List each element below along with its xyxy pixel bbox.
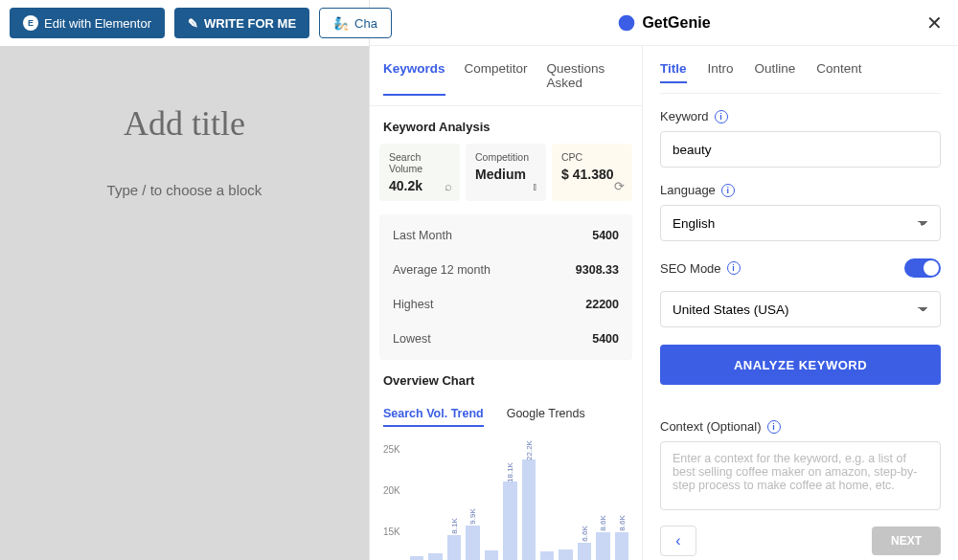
context-label: Context (Optional)i xyxy=(660,419,941,434)
metric-cpc: CPC$ 41.380⟳ xyxy=(552,144,632,201)
language-select[interactable]: English xyxy=(660,205,941,241)
chart-bar: 8.6K xyxy=(596,532,609,560)
chart-bar xyxy=(410,556,423,560)
getgenie-panel: GetGenie ✕ Keywords Competitor Questions… xyxy=(369,0,958,560)
chart-bar: 22.2K xyxy=(522,459,536,560)
info-icon[interactable]: i xyxy=(767,420,781,434)
bars-icon: ⫾ xyxy=(532,179,538,193)
stat-average: Average 12 month9308.33 xyxy=(379,253,632,287)
chart-bar: 8.1K xyxy=(447,535,461,560)
tab-title[interactable]: Title xyxy=(660,61,687,83)
chevron-left-icon: ‹ xyxy=(675,532,680,549)
top-toolbar: EEdit with Elementor ✎WRITE FOR ME 🧞Cha xyxy=(0,0,958,46)
search-volume-chart: 25K20K15K10K 8.1K9.9K18.1K22.2K6.6K8.6K8… xyxy=(370,435,642,560)
edit-elementor-button[interactable]: EEdit with Elementor xyxy=(10,8,165,38)
chart-bar xyxy=(428,553,442,560)
analysis-column: Keywords Competitor Questions Asked Keyw… xyxy=(370,46,643,560)
metric-competition: CompetitionMedium⫾ xyxy=(466,144,546,201)
editor-canvas[interactable]: Add title Type / to choose a block xyxy=(0,46,369,560)
genie-icon: 🧞 xyxy=(333,16,349,31)
analysis-title: Keyword Analysis xyxy=(370,106,642,144)
metric-search-volume: Search Volume40.2k⌕ xyxy=(379,144,460,201)
seo-mode-toggle[interactable] xyxy=(904,258,941,278)
chart-bar xyxy=(559,549,572,560)
analyze-keyword-button[interactable]: ANALYZE KEYWORD xyxy=(660,345,941,385)
chart-bars: 8.1K9.9K18.1K22.2K6.6K8.6K8.6K xyxy=(410,444,628,560)
metrics-row: Search Volume40.2k⌕ CompetitionMedium⫾ C… xyxy=(370,144,642,201)
title-input-placeholder[interactable]: Add title xyxy=(124,103,245,144)
back-button[interactable]: ‹ xyxy=(660,526,696,556)
refresh-icon[interactable]: ⟳ xyxy=(614,179,625,193)
chart-tab-google-trends[interactable]: Google Trends xyxy=(507,407,585,427)
stats-box: Last Month5400 Average 12 month9308.33 H… xyxy=(379,214,632,360)
chart-bar xyxy=(485,550,498,560)
tab-content[interactable]: Content xyxy=(816,61,861,83)
chart-bar: 9.9K xyxy=(466,526,479,560)
chart-tab-search-vol[interactable]: Search Vol. Trend xyxy=(383,407,484,427)
tab-outline[interactable]: Outline xyxy=(755,61,796,83)
info-icon[interactable]: i xyxy=(715,110,728,123)
tab-competitor[interactable]: Competitor xyxy=(465,61,528,96)
chart-bar: 6.6K xyxy=(578,543,591,560)
chart-bar xyxy=(540,551,554,560)
search-icon: ⌕ xyxy=(445,179,452,193)
stat-last-month: Last Month5400 xyxy=(379,218,632,253)
seo-mode-label: SEO Modei xyxy=(660,261,741,276)
elementor-icon: E xyxy=(23,15,38,31)
form-column: Title Intro Outline Content Keywordi Lan… xyxy=(643,46,958,560)
right-tabs: Title Intro Outline Content xyxy=(660,46,941,94)
keyword-label: Keywordi xyxy=(660,109,941,123)
chart-bar: 8.6K xyxy=(615,532,628,560)
country-select[interactable]: United States (USA) xyxy=(660,291,941,327)
chart-bar: 18.1K xyxy=(503,482,516,560)
tab-keywords[interactable]: Keywords xyxy=(383,61,445,96)
chart-y-axis: 25K20K15K10K xyxy=(383,444,400,560)
info-icon[interactable]: i xyxy=(727,261,741,275)
write-for-me-button[interactable]: ✎WRITE FOR ME xyxy=(174,8,309,38)
keyword-input[interactable] xyxy=(660,131,941,168)
tab-intro[interactable]: Intro xyxy=(708,61,734,83)
pencil-icon: ✎ xyxy=(188,16,198,31)
tab-questions[interactable]: Questions Asked xyxy=(547,61,628,96)
language-label: Languagei xyxy=(660,183,941,197)
chat-button[interactable]: 🧞Cha xyxy=(319,8,392,38)
left-tabs: Keywords Competitor Questions Asked xyxy=(370,46,642,106)
info-icon[interactable]: i xyxy=(721,184,735,197)
overview-title: Overview Chart xyxy=(370,360,642,397)
stat-highest: Highest22200 xyxy=(379,287,632,322)
block-placeholder[interactable]: Type / to choose a block xyxy=(107,182,262,198)
next-button[interactable]: NEXT xyxy=(872,526,941,555)
chart-tabs: Search Vol. Trend Google Trends xyxy=(370,397,642,435)
context-textarea[interactable] xyxy=(660,441,941,510)
stat-lowest: Lowest5400 xyxy=(379,322,632,356)
